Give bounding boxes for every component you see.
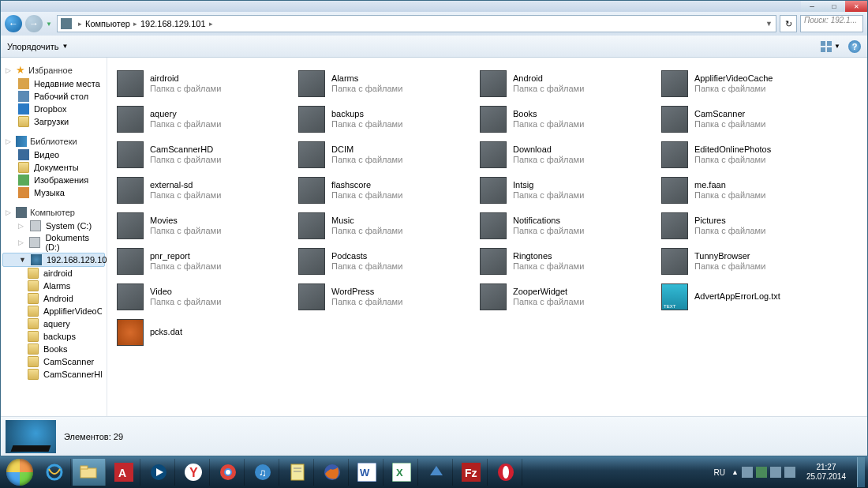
sidebar-item-drive-d[interactable]: ▷Dokuments (D:)	[1, 232, 107, 253]
sidebar-item-subfolder[interactable]: Books	[1, 343, 107, 355]
folder-item[interactable]: pnr_reportПапка с файлами	[115, 243, 297, 279]
taskbar-opera-icon[interactable]	[489, 459, 522, 486]
folder-item[interactable]: DCIMПапка с файлами	[297, 137, 478, 172]
sidebar-item-subfolder[interactable]: Alarms	[1, 280, 107, 292]
address-dropdown-icon[interactable]: ▼	[765, 20, 773, 28]
dropdown-icon[interactable]: ▼	[62, 43, 68, 50]
svg-point-29	[503, 466, 509, 479]
folder-item[interactable]: backupsПапка с файлами	[297, 101, 478, 137]
folder-item[interactable]: AndroidПапка с файлами	[478, 66, 660, 101]
folder-item[interactable]: TunnyBrowserПапка с файлами	[660, 243, 841, 279]
folder-item[interactable]: CamScannerПапка с файлами	[660, 101, 841, 137]
folder-item[interactable]: MusicПапка с файлами	[297, 208, 478, 243]
folder-item[interactable]: NotificationsПапка с файлами	[478, 208, 660, 243]
sidebar-item-subfolder[interactable]: aquery	[1, 317, 107, 330]
taskbar-app-icon[interactable]	[420, 459, 453, 486]
folder-item[interactable]: IntsigПапка с файлами	[478, 172, 660, 208]
taskbar-explorer-icon[interactable]	[73, 459, 106, 486]
tray-volume-icon[interactable]	[784, 467, 795, 478]
show-desktop-button[interactable]	[857, 457, 865, 487]
file-item[interactable]: AdvertAppErrorLog.txt	[660, 279, 841, 314]
taskbar-itunes-icon[interactable]: ♫	[246, 459, 279, 486]
refresh-button[interactable]: ↻	[780, 15, 797, 32]
system-tray[interactable]: ▲	[731, 467, 795, 478]
folder-item[interactable]: WordPressПапка с файлами	[297, 279, 478, 314]
folder-item[interactable]: RingtonesПапка с файлами	[478, 243, 660, 279]
sidebar-item-desktop[interactable]: Рабочий стол	[1, 90, 107, 103]
folder-item[interactable]: airdroidПапка с файлами	[115, 66, 297, 101]
sidebar-item-downloads[interactable]: Загрузки	[1, 115, 107, 128]
taskbar-wmp-icon[interactable]	[142, 459, 175, 486]
taskbar-clock[interactable]: 21:27 25.07.2014	[802, 463, 851, 482]
close-button[interactable]: ✕	[845, 1, 867, 12]
sidebar-item-drive-c[interactable]: ▷System (C:)	[1, 220, 107, 232]
folder-icon	[480, 70, 507, 97]
content-pane[interactable]: airdroidПапка с файламиAlarmsПапка с фай…	[107, 58, 867, 416]
folder-item[interactable]: AlarmsПапка с файлами	[297, 66, 478, 101]
taskbar-notepad-icon[interactable]	[281, 459, 314, 486]
taskbar-yandex-icon[interactable]: Y	[177, 459, 210, 486]
folder-item[interactable]: flashscoreПапка с файлами	[297, 172, 478, 208]
folder-item[interactable]: DownloadПапка с файлами	[478, 137, 660, 172]
help-icon[interactable]: ?	[848, 40, 861, 53]
tray-icon[interactable]	[756, 467, 767, 478]
folder-item[interactable]: external-sdПапка с файлами	[115, 172, 297, 208]
item-title: pcks.dat	[150, 327, 182, 337]
dropdown-icon[interactable]: ▼	[834, 43, 840, 50]
tray-network-icon[interactable]	[770, 467, 781, 478]
taskbar-ie-icon[interactable]	[38, 459, 71, 486]
organize-button[interactable]: Упорядочить	[7, 42, 58, 51]
taskbar-adobe-icon[interactable]: A	[107, 459, 140, 486]
sidebar-item-network-location[interactable]: ▼192.168.129.101	[2, 253, 105, 267]
search-input[interactable]: Поиск: 192.1...	[800, 15, 863, 32]
breadcrumb-location[interactable]: 192.168.129.101	[140, 19, 206, 28]
sidebar-item-recent[interactable]: Недавние места	[1, 77, 107, 90]
folder-item[interactable]: PodcastsПапка с файлами	[297, 243, 478, 279]
breadcrumb-root[interactable]: Компьютер	[85, 19, 130, 28]
folder-item[interactable]: BooksПапка с файлами	[478, 101, 660, 137]
sidebar-item-video[interactable]: Видео	[1, 148, 107, 161]
sidebar-item-subfolder[interactable]: airdroid	[1, 267, 107, 280]
folder-item[interactable]: aqueryПапка с файлами	[115, 101, 297, 137]
maximize-button[interactable]: □	[823, 1, 845, 12]
folder-item[interactable]: ApplifierVideoCacheПапка с файлами	[660, 66, 841, 101]
minimize-button[interactable]: ─	[801, 1, 823, 12]
folder-item[interactable]: me.faanПапка с файлами	[660, 172, 841, 208]
sidebar-item-subfolder[interactable]: CamScanner	[1, 355, 107, 368]
tray-icon[interactable]	[742, 467, 753, 478]
sidebar-item-music[interactable]: Музыка	[1, 186, 107, 199]
history-dropdown-icon[interactable]: ▼	[46, 21, 54, 28]
view-options-icon[interactable]	[820, 40, 832, 53]
folder-item[interactable]: VideoПапка с файлами	[115, 279, 297, 314]
folder-item[interactable]: CamScannerHDПапка с файлами	[115, 137, 297, 172]
sidebar-item-subfolder[interactable]: CamScannerHD	[1, 368, 107, 381]
taskbar-word-icon[interactable]: W	[350, 459, 383, 486]
taskbar-firefox-icon[interactable]	[316, 459, 349, 486]
taskbar-filezilla-icon[interactable]: Fz	[455, 459, 488, 486]
favorites-header[interactable]: ▷★Избранное	[1, 62, 107, 77]
language-indicator[interactable]: RU	[714, 468, 725, 477]
sidebar-item-subfolder[interactable]: Android	[1, 292, 107, 305]
folder-item[interactable]: ZooperWidgetПапка с файлами	[478, 279, 660, 314]
sidebar-item-subfolder[interactable]: backups	[1, 330, 107, 343]
sidebar-item-images[interactable]: Изображения	[1, 174, 107, 186]
folder-item[interactable]: MoviesПапка с файлами	[115, 208, 297, 243]
computer-header[interactable]: ▷Компьютер	[1, 205, 107, 220]
back-button[interactable]: ←	[5, 15, 22, 32]
folder-item[interactable]: EditedOnlinePhotosПапка с файлами	[660, 137, 841, 172]
libraries-header[interactable]: ▷Библиотеки	[1, 134, 107, 148]
breadcrumb[interactable]: ▸ Компьютер ▸ 192.168.129.101 ▸ ▼	[57, 15, 776, 32]
svg-point-15	[226, 470, 230, 475]
svg-rect-6	[80, 466, 88, 469]
tray-up-icon[interactable]: ▲	[731, 468, 739, 476]
sidebar-item-dropbox[interactable]: Dropbox	[1, 103, 107, 115]
sidebar-item-subfolder[interactable]: ApplifierVideoCache	[1, 305, 107, 317]
file-item[interactable]: pcks.dat	[115, 314, 297, 350]
start-button[interactable]	[3, 458, 36, 486]
folder-item[interactable]: PicturesПапка с файлами	[660, 208, 841, 243]
sidebar-item-docs[interactable]: Документы	[1, 161, 107, 174]
svg-text:Y: Y	[189, 466, 198, 479]
taskbar-chrome-icon[interactable]	[211, 459, 245, 486]
forward-button[interactable]: →	[25, 15, 43, 32]
taskbar-excel-icon[interactable]: X	[385, 459, 418, 486]
